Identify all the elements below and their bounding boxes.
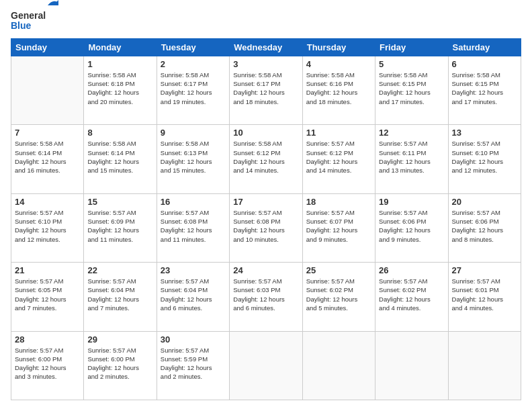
calendar-header-cell: Tuesday [157, 38, 229, 56]
calendar-week-row: 14Sunrise: 5:57 AM Sunset: 6:10 PM Dayli… [11, 193, 521, 262]
calendar-day-cell: 3Sunrise: 5:58 AM Sunset: 6:17 PM Daylig… [230, 56, 302, 124]
day-info: Sunrise: 5:58 AM Sunset: 6:14 PM Dayligh… [15, 139, 80, 175]
day-number: 18 [306, 197, 371, 207]
day-info: Sunrise: 5:58 AM Sunset: 6:17 PM Dayligh… [233, 71, 298, 106]
calendar-day-cell [302, 331, 375, 400]
day-info: Sunrise: 5:57 AM Sunset: 6:08 PM Dayligh… [233, 208, 298, 244]
day-info: Sunrise: 5:57 AM Sunset: 6:06 PM Dayligh… [452, 208, 517, 244]
day-info: Sunrise: 5:57 AM Sunset: 6:04 PM Dayligh… [87, 277, 152, 312]
calendar-day-cell: 1Sunrise: 5:58 AM Sunset: 6:18 PM Daylig… [84, 56, 157, 124]
day-info: Sunrise: 5:57 AM Sunset: 6:09 PM Dayligh… [87, 208, 152, 244]
day-number: 26 [379, 265, 444, 275]
day-number: 2 [161, 59, 226, 69]
calendar-day-cell: 9Sunrise: 5:58 AM Sunset: 6:13 PM Daylig… [157, 125, 229, 193]
calendar-day-cell: 18Sunrise: 5:57 AM Sunset: 6:07 PM Dayli… [302, 193, 375, 262]
calendar-header-cell: Monday [84, 38, 157, 56]
calendar-day-cell: 6Sunrise: 5:58 AM Sunset: 6:15 PM Daylig… [448, 56, 521, 124]
calendar-day-cell: 16Sunrise: 5:57 AM Sunset: 6:08 PM Dayli… [157, 193, 229, 262]
day-info: Sunrise: 5:57 AM Sunset: 6:00 PM Dayligh… [87, 346, 152, 381]
calendar-day-cell [11, 56, 84, 124]
calendar-header-cell: Wednesday [230, 38, 302, 56]
day-info: Sunrise: 5:58 AM Sunset: 6:14 PM Dayligh… [87, 139, 152, 175]
day-number: 1 [87, 59, 152, 69]
day-number: 5 [379, 59, 444, 69]
day-info: Sunrise: 5:57 AM Sunset: 6:02 PM Dayligh… [379, 277, 444, 312]
day-number: 8 [87, 128, 152, 138]
calendar-week-row: 7Sunrise: 5:58 AM Sunset: 6:14 PM Daylig… [11, 125, 521, 193]
calendar-day-cell [375, 331, 448, 400]
calendar-day-cell: 17Sunrise: 5:57 AM Sunset: 6:08 PM Dayli… [230, 193, 302, 262]
calendar-header-cell: Friday [375, 38, 448, 56]
day-number: 27 [452, 265, 517, 275]
day-number: 15 [87, 197, 152, 207]
calendar-day-cell: 23Sunrise: 5:57 AM Sunset: 6:04 PM Dayli… [157, 263, 229, 331]
day-info: Sunrise: 5:58 AM Sunset: 6:15 PM Dayligh… [379, 71, 444, 106]
day-number: 9 [161, 128, 226, 138]
calendar-day-cell: 24Sunrise: 5:57 AM Sunset: 6:03 PM Dayli… [230, 263, 302, 331]
logo: GeneralBlue [11, 11, 46, 32]
calendar-day-cell [230, 331, 302, 400]
day-number: 10 [233, 128, 298, 138]
calendar-day-cell: 7Sunrise: 5:58 AM Sunset: 6:14 PM Daylig… [11, 125, 84, 193]
calendar-header-cell: Thursday [302, 38, 375, 56]
calendar-day-cell: 14Sunrise: 5:57 AM Sunset: 6:10 PM Dayli… [11, 193, 84, 262]
calendar-day-cell [448, 331, 521, 400]
day-info: Sunrise: 5:57 AM Sunset: 6:11 PM Dayligh… [379, 139, 444, 175]
day-number: 7 [15, 128, 80, 138]
calendar-day-cell: 5Sunrise: 5:58 AM Sunset: 6:15 PM Daylig… [375, 56, 448, 124]
day-number: 23 [161, 265, 226, 275]
logo-wing-icon [48, 0, 61, 12]
day-info: Sunrise: 5:57 AM Sunset: 6:08 PM Dayligh… [161, 208, 226, 244]
calendar-day-cell: 27Sunrise: 5:57 AM Sunset: 6:01 PM Dayli… [448, 263, 521, 331]
calendar-header-cell: Saturday [448, 38, 521, 56]
logo-container: GeneralBlue [11, 11, 46, 32]
day-number: 29 [87, 334, 152, 345]
day-number: 25 [306, 265, 371, 275]
calendar-table: SundayMondayTuesdayWednesdayThursdayFrid… [11, 38, 521, 400]
day-info: Sunrise: 5:58 AM Sunset: 6:17 PM Dayligh… [161, 71, 226, 106]
page: GeneralBlue SundayMondayTuesdayWednesday… [0, 0, 532, 411]
day-info: Sunrise: 5:57 AM Sunset: 5:59 PM Dayligh… [161, 346, 226, 381]
calendar-day-cell: 8Sunrise: 5:58 AM Sunset: 6:14 PM Daylig… [84, 125, 157, 193]
day-number: 22 [87, 265, 152, 275]
calendar-day-cell: 28Sunrise: 5:57 AM Sunset: 6:00 PM Dayli… [11, 331, 84, 400]
calendar-week-row: 1Sunrise: 5:58 AM Sunset: 6:18 PM Daylig… [11, 56, 521, 124]
day-info: Sunrise: 5:57 AM Sunset: 6:10 PM Dayligh… [15, 208, 80, 244]
day-info: Sunrise: 5:57 AM Sunset: 6:07 PM Dayligh… [306, 208, 371, 244]
day-info: Sunrise: 5:57 AM Sunset: 6:00 PM Dayligh… [15, 346, 80, 381]
day-info: Sunrise: 5:57 AM Sunset: 6:06 PM Dayligh… [379, 208, 444, 244]
day-number: 17 [233, 197, 298, 207]
calendar-day-cell: 4Sunrise: 5:58 AM Sunset: 6:16 PM Daylig… [302, 56, 375, 124]
day-number: 14 [15, 197, 80, 207]
day-info: Sunrise: 5:57 AM Sunset: 6:01 PM Dayligh… [452, 277, 517, 312]
calendar-day-cell: 15Sunrise: 5:57 AM Sunset: 6:09 PM Dayli… [84, 193, 157, 262]
calendar-day-cell: 22Sunrise: 5:57 AM Sunset: 6:04 PM Dayli… [84, 263, 157, 331]
header: GeneralBlue [11, 11, 521, 32]
calendar-day-cell: 25Sunrise: 5:57 AM Sunset: 6:02 PM Dayli… [302, 263, 375, 331]
day-number: 16 [161, 197, 226, 207]
calendar-day-cell: 20Sunrise: 5:57 AM Sunset: 6:06 PM Dayli… [448, 193, 521, 262]
calendar-day-cell: 29Sunrise: 5:57 AM Sunset: 6:00 PM Dayli… [84, 331, 157, 400]
calendar-week-row: 21Sunrise: 5:57 AM Sunset: 6:05 PM Dayli… [11, 263, 521, 331]
day-info: Sunrise: 5:57 AM Sunset: 6:02 PM Dayligh… [306, 277, 371, 312]
day-number: 3 [233, 59, 298, 69]
day-info: Sunrise: 5:58 AM Sunset: 6:15 PM Dayligh… [452, 71, 517, 106]
day-info: Sunrise: 5:58 AM Sunset: 6:12 PM Dayligh… [233, 139, 298, 175]
day-info: Sunrise: 5:58 AM Sunset: 6:18 PM Dayligh… [87, 71, 152, 106]
day-number: 11 [306, 128, 371, 138]
calendar-body: 1Sunrise: 5:58 AM Sunset: 6:18 PM Daylig… [11, 56, 521, 400]
day-number: 30 [161, 334, 226, 345]
logo-blue-text: Blue [11, 21, 31, 31]
day-number: 24 [233, 265, 298, 275]
calendar-day-cell: 30Sunrise: 5:57 AM Sunset: 5:59 PM Dayli… [157, 331, 229, 400]
calendar-day-cell: 26Sunrise: 5:57 AM Sunset: 6:02 PM Dayli… [375, 263, 448, 331]
day-number: 19 [379, 197, 444, 207]
day-number: 13 [452, 128, 517, 138]
calendar-day-cell: 19Sunrise: 5:57 AM Sunset: 6:06 PM Dayli… [375, 193, 448, 262]
calendar-day-cell: 2Sunrise: 5:58 AM Sunset: 6:17 PM Daylig… [157, 56, 229, 124]
day-number: 12 [379, 128, 444, 138]
day-number: 21 [15, 265, 80, 275]
day-info: Sunrise: 5:58 AM Sunset: 6:13 PM Dayligh… [161, 139, 226, 175]
day-info: Sunrise: 5:57 AM Sunset: 6:05 PM Dayligh… [15, 277, 80, 312]
calendar-week-row: 28Sunrise: 5:57 AM Sunset: 6:00 PM Dayli… [11, 331, 521, 400]
